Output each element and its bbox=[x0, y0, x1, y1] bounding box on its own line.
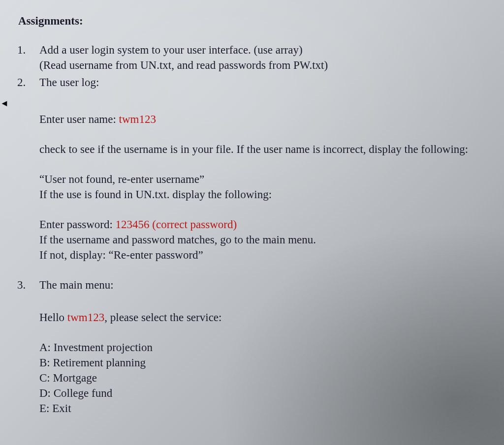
item-3-label: The main menu: bbox=[39, 277, 482, 293]
enter-username-line: Enter user name: twm123 bbox=[39, 112, 482, 127]
item-1: 1. Add a user login system to your user … bbox=[17, 42, 482, 73]
menu-option-b: B: Retirement planning bbox=[39, 355, 482, 370]
item-2-label: The user log: bbox=[39, 75, 482, 90]
item-1-number: 1. bbox=[17, 42, 39, 73]
item-1-body: Add a user login system to your user int… bbox=[39, 42, 482, 73]
page-marker-icon: ◄ bbox=[0, 98, 9, 109]
enter-username-prompt: Enter user name: bbox=[39, 113, 119, 125]
document-content: Assignments: 1. Add a user login system … bbox=[17, 15, 482, 416]
if-found-text: If the use is found in UN.txt. display t… bbox=[39, 187, 482, 202]
menu-option-a: A: Investment projection bbox=[39, 340, 482, 355]
check-username-text: check to see if the username is in your … bbox=[39, 142, 482, 157]
reenter-text: If not, display: “Re-enter password” bbox=[39, 247, 482, 263]
match-text: If the username and password matches, go… bbox=[39, 232, 482, 247]
item-1-line-1: Add a user login system to your user int… bbox=[39, 42, 482, 58]
menu-option-d: D: College fund bbox=[39, 386, 482, 401]
enter-password-line: Enter password: 123456 (correct password… bbox=[39, 217, 482, 232]
item-3-number: 3. bbox=[17, 277, 39, 293]
hello-pre: Hello bbox=[39, 311, 67, 324]
menu-option-e: E: Exit bbox=[39, 401, 482, 416]
item-2: 2. The user log: bbox=[17, 75, 482, 90]
menu-option-c: C: Mortgage bbox=[39, 370, 482, 386]
user-not-found-msg: “User not found, re-enter username” bbox=[39, 172, 482, 187]
hello-line: Hello twm123, please select the service: bbox=[39, 310, 482, 325]
username-value: twm123 bbox=[119, 113, 156, 125]
hello-post: , please select the service: bbox=[104, 311, 221, 324]
password-value: 123456 (correct password) bbox=[116, 218, 237, 231]
assignments-heading: Assignments: bbox=[18, 15, 482, 28]
item-3: 3. The main menu: bbox=[17, 277, 482, 293]
item-2-number: 2. bbox=[17, 75, 39, 90]
enter-password-prompt: Enter password: bbox=[39, 218, 116, 231]
hello-username: twm123 bbox=[67, 311, 104, 324]
item-1-line-2: (Read username from UN.txt, and read pas… bbox=[39, 58, 482, 73]
